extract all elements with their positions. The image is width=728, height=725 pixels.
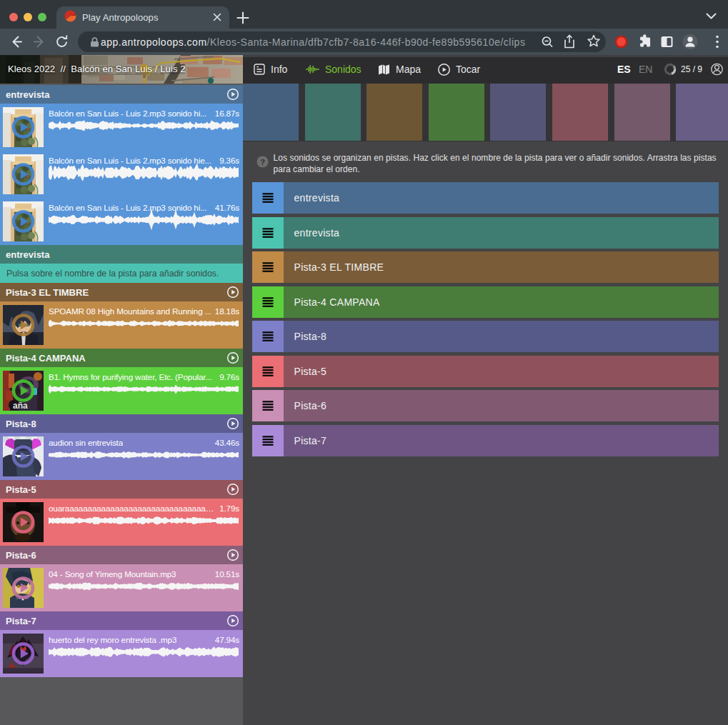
svg-text:?: ? — [260, 158, 265, 166]
svg-text:aña: aña — [13, 401, 28, 411]
